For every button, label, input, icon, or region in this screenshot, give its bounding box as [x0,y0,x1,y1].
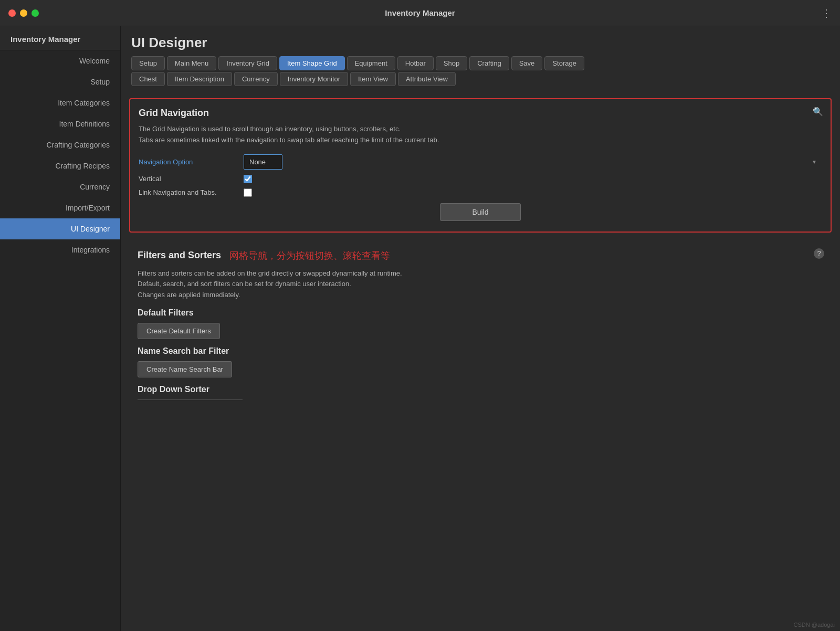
tab-equipment[interactable]: Equipment [347,56,395,70]
filters-title: Filters and Sorters [138,250,221,261]
navigation-option-select-wrapper: None Buttons Scrollbar Both [244,154,822,170]
sidebar-item-currency[interactable]: Currency [0,176,120,197]
tab-main-menu[interactable]: Main Menu [167,56,216,70]
tab-save[interactable]: Save [511,56,543,70]
link-nav-label: Link Navigation and Tabs. [139,188,244,196]
sidebar-header: Inventory Manager [0,26,120,50]
tab-row-2: Chest Item Description Currency Inventor… [131,72,830,86]
sidebar-item-item-definitions[interactable]: Item Definitions [0,113,120,134]
create-name-search-bar-button[interactable]: Create Name Search Bar [138,361,232,377]
watermark: CSDN @adogai [794,622,835,628]
tab-crafting[interactable]: Crafting [469,56,509,70]
page-title: UI Designer [131,35,830,51]
link-nav-row: Link Navigation and Tabs. [139,188,822,197]
link-nav-checkbox[interactable] [244,188,252,197]
maximize-button[interactable] [32,9,39,17]
window-controls [8,9,39,17]
help-icon[interactable]: ? [814,248,824,259]
search-icon[interactable]: 🔍 [813,107,823,117]
tab-setup[interactable]: Setup [131,56,165,70]
tab-item-shape-grid[interactable]: Item Shape Grid [279,56,345,70]
navigation-option-label: Navigation Option [139,158,244,166]
tab-chest[interactable]: Chest [131,72,165,86]
grid-navigation-description: The Grid Navigation is used to scroll th… [139,124,822,146]
minimize-button[interactable] [20,9,27,17]
filters-panel-header: Filters and Sorters 网格导航，分为按钮切换、滚轮查看等 [138,249,823,262]
title-bar: Inventory Manager ⋮ [0,0,840,26]
sidebar-item-ui-designer[interactable]: UI Designer [0,218,120,239]
sidebar-item-crafting-categories[interactable]: Crafting Categories [0,134,120,155]
close-button[interactable] [8,9,16,17]
tab-attribute-view[interactable]: Attribute View [398,72,456,86]
vertical-row: Vertical [139,175,822,183]
tab-hotbar[interactable]: Hotbar [397,56,434,70]
filters-sorters-panel: Filters and Sorters 网格导航，分为按钮切换、滚轮查看等 ? … [129,241,832,408]
tab-inventory-grid[interactable]: Inventory Grid [218,56,277,70]
sidebar-item-integrations[interactable]: Integrations [0,239,120,260]
page-header: UI Designer Setup Main Menu Inventory Gr… [121,26,840,92]
sidebar-item-welcome[interactable]: Welcome [0,50,120,71]
navigation-option-row: Navigation Option None Buttons Scrollbar… [139,154,822,170]
grid-navigation-panel: Grid Navigation 🔍 The Grid Navigation is… [129,98,832,233]
tab-storage[interactable]: Storage [544,56,584,70]
sidebar-item-item-categories[interactable]: Item Categories [0,92,120,113]
more-options-icon[interactable]: ⋮ [821,7,832,19]
vertical-checkbox[interactable] [244,175,252,183]
tab-shop[interactable]: Shop [436,56,467,70]
drop-down-sorter-title: Drop Down Sorter [138,385,823,394]
sidebar-item-crafting-recipes[interactable]: Crafting Recipes [0,155,120,176]
filters-description: Filters and sorters can be added on the … [138,268,823,301]
tab-inventory-monitor[interactable]: Inventory Monitor [280,72,348,86]
build-button[interactable]: Build [440,203,520,221]
main-content: UI Designer Setup Main Menu Inventory Gr… [121,26,840,631]
filters-annotation: 网格导航，分为按钮切换、滚轮查看等 [229,249,390,262]
tab-item-view[interactable]: Item View [350,72,396,86]
app-layout: Inventory Manager Welcome Setup Item Cat… [0,26,840,631]
drop-down-sorter-divider [138,399,243,400]
sidebar: Inventory Manager Welcome Setup Item Cat… [0,26,121,631]
grid-navigation-title: Grid Navigation [139,108,822,119]
sidebar-item-setup[interactable]: Setup [0,71,120,92]
create-default-filters-button[interactable]: Create Default Filters [138,323,220,339]
content-area[interactable]: Grid Navigation 🔍 The Grid Navigation is… [121,92,840,631]
name-search-bar-title: Name Search bar Filter [138,346,823,356]
sidebar-item-import-export[interactable]: Import/Export [0,197,120,218]
tab-currency[interactable]: Currency [234,72,278,86]
tab-row-1: Setup Main Menu Inventory Grid Item Shap… [131,56,830,70]
navigation-option-select[interactable]: None Buttons Scrollbar Both [244,154,282,170]
default-filters-title: Default Filters [138,308,823,318]
window-title: Inventory Manager [385,8,455,17]
tab-item-description[interactable]: Item Description [167,72,232,86]
vertical-label: Vertical [139,175,244,183]
